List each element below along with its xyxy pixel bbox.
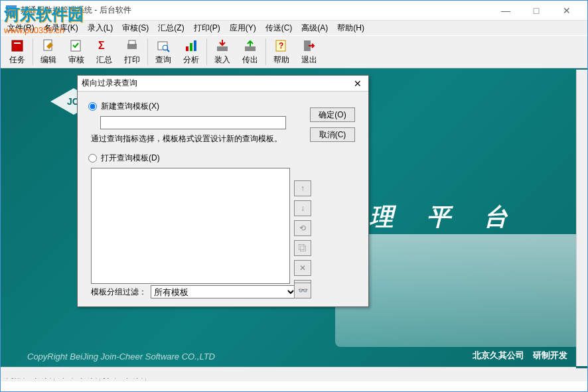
toolbar-sep (206, 38, 207, 65)
svg-line-9 (167, 50, 169, 52)
menu-print[interactable]: 打印(P) (190, 21, 224, 35)
analysis-icon (184, 38, 198, 53)
menu-transfer[interactable]: 传送(C) (261, 21, 297, 35)
menu-file[interactable]: 文件(R) (3, 21, 38, 35)
toolbar-exit-label: 退出 (301, 54, 317, 66)
svg-rect-1 (14, 42, 21, 44)
menu-directory[interactable]: 名录库(K) (40, 21, 82, 35)
menu-apply[interactable]: 应用(Y) (226, 21, 260, 35)
summary-icon: Σ (97, 38, 111, 53)
filter-row: 模板分组过滤： 所有模板 (91, 285, 297, 298)
window-title: 其通用数据管理系统 - 后台软件 (21, 5, 490, 16)
toolbar-analysis-label: 分析 (183, 54, 199, 66)
toolbar-query[interactable]: 查询 (149, 36, 177, 67)
svg-rect-14 (245, 46, 256, 51)
menu-input[interactable]: 录入(L) (84, 21, 117, 35)
query-dialog: 横向过录表查询 ✕ 新建查询模板(X) 通过查询指标选择，模板格式设置设计新的查… (77, 75, 369, 307)
titlebar: 其通用数据管理系统 - 后台软件 — □ ✕ (1, 1, 587, 21)
svg-text:?: ? (279, 41, 283, 50)
close-button[interactable]: ✕ (551, 1, 582, 21)
toolbar-edit[interactable]: 编辑 (35, 36, 62, 67)
main-window: 河东软件园 www.pc0359.cn 其通用数据管理系统 - 后台软件 — □… (0, 0, 588, 392)
toolbar-edit-label: 编辑 (40, 54, 56, 66)
toolbar-print[interactable]: 打印 (118, 36, 146, 67)
svg-rect-12 (194, 40, 196, 51)
toolbar-audit-label: 审核 (68, 54, 84, 66)
toolbar-summary-label: 汇总 (96, 54, 112, 66)
toolbar-export-label: 传出 (242, 54, 258, 66)
toolbar-load-label: 装入 (214, 54, 230, 66)
edit-icon (41, 38, 56, 53)
copy-button[interactable]: ⿻ (294, 240, 311, 256)
task-icon (10, 38, 25, 53)
toolbar-task-label: 任务 (9, 54, 25, 66)
window-controls: — □ ✕ (490, 1, 582, 21)
menubar: 文件(R) 名录库(K) 录入(L) 审核(S) 汇总(Z) 打印(P) 应用(… (1, 21, 587, 35)
toolbar-export[interactable]: 传出 (236, 36, 264, 67)
dialog-titlebar: 横向过录表查询 ✕ (78, 76, 368, 92)
export-icon (243, 38, 257, 53)
filter-select[interactable]: 所有模板 (151, 285, 297, 298)
toolbar-task[interactable]: 任务 (3, 36, 31, 67)
binoculars-icon: 👓 (298, 286, 308, 295)
dialog-close-button[interactable]: ✕ (351, 78, 364, 89)
svg-rect-13 (217, 46, 228, 51)
filter-label: 模板分组过滤： (91, 287, 147, 298)
ok-button[interactable]: 确定(O) (310, 107, 355, 122)
load-icon (215, 38, 230, 53)
side-buttons: ↑ ↓ ⟲ ⿻ ✕ ⿴ (294, 180, 311, 296)
toolbar-help-label: 帮助 (273, 54, 289, 66)
maximize-button[interactable]: □ (521, 1, 551, 21)
toolbar-audit[interactable]: 审核 (62, 36, 90, 67)
radio-open-row: 打开查询模板(D) (88, 153, 358, 164)
svg-rect-0 (12, 40, 23, 51)
refresh-button[interactable]: ⟲ (294, 220, 311, 236)
company-text: 北京久其公司 研制开发 (473, 350, 567, 361)
toolbar-sep (147, 38, 148, 65)
svg-rect-11 (190, 43, 192, 51)
template-listbox[interactable] (91, 168, 290, 284)
toolbar: 任务 编辑 审核 Σ汇总 打印 查询 分析 装入 传出 ?帮助 退出 (1, 35, 587, 68)
svg-text:Σ: Σ (98, 40, 105, 51)
toolbar-sep (33, 38, 33, 65)
move-up-button[interactable]: ↑ (294, 180, 311, 196)
copyright-text: CopyRight BeiJing Join-Cheer Software CO… (27, 352, 215, 361)
radio-open-template[interactable] (88, 154, 97, 163)
dialog-title: 横向过录表查询 (82, 78, 351, 89)
radio-new-label[interactable]: 新建查询模板(X) (101, 101, 159, 112)
app-icon (6, 5, 17, 16)
search-button[interactable]: 👓 (294, 283, 311, 298)
radio-new-template[interactable] (88, 102, 97, 111)
toolbar-sep (265, 38, 266, 65)
toolbar-analysis[interactable]: 分析 (177, 36, 205, 67)
horizontal-scrollbar[interactable] (1, 367, 576, 378)
toolbar-load[interactable]: 装入 (208, 36, 236, 67)
template-name-input[interactable] (100, 116, 286, 129)
menu-help[interactable]: 帮助(H) (333, 21, 368, 35)
cancel-button[interactable]: 取消(C) (310, 127, 355, 142)
dialog-body: 新建查询模板(X) 通过查询指标选择，模板格式设置设计新的查询模板。 打开查询模… (78, 92, 368, 306)
svg-rect-6 (129, 40, 135, 44)
vertical-scrollbar[interactable] (576, 70, 587, 366)
delete-button[interactable]: ✕ (294, 260, 311, 276)
menu-summary[interactable]: 汇总(Z) (154, 21, 188, 35)
menu-audit[interactable]: 审核(S) (118, 21, 153, 35)
toolbar-query-label: 查询 (155, 54, 171, 66)
help-icon: ? (274, 38, 289, 53)
move-down-button[interactable]: ↓ (294, 200, 311, 216)
toolbar-print-label: 打印 (124, 54, 140, 66)
menu-advanced[interactable]: 高级(A) (297, 21, 332, 35)
minimize-button[interactable]: — (490, 1, 521, 21)
query-icon (156, 38, 171, 53)
toolbar-exit[interactable]: 退出 (295, 36, 323, 67)
radio-open-label[interactable]: 打开查询模板(D) (101, 153, 160, 164)
svg-rect-10 (186, 46, 188, 51)
audit-icon (69, 38, 84, 53)
toolbar-summary[interactable]: Σ汇总 (90, 36, 118, 67)
platform-text: 理 平 台 (370, 201, 521, 233)
decorative-stripe (335, 234, 587, 347)
print-icon (125, 38, 139, 53)
toolbar-help[interactable]: ?帮助 (267, 36, 295, 67)
exit-icon (302, 38, 317, 53)
